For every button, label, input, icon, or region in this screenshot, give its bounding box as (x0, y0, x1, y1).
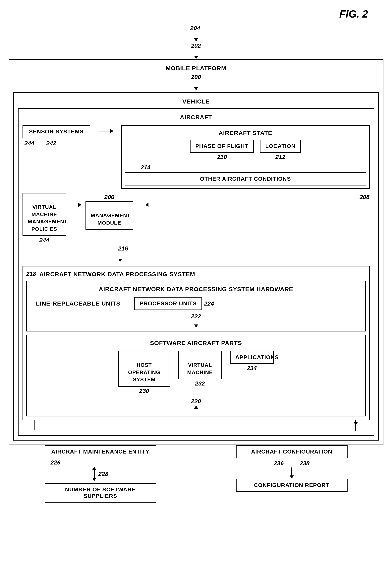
arrow-222-down (194, 321, 198, 328)
andps-box: 218 AIRCRAFT NETWORK DATA PROCESSING SYS… (23, 266, 370, 420)
aircraft-maintenance-box: AIRCRAFT MAINTENANCE ENTITY (45, 445, 156, 458)
arrow-down-config (290, 467, 294, 479)
sensor-systems-box: SENSOR SYSTEMS (23, 125, 90, 138)
software-parts-box: SOFTWARE AIRCRAFT PARTS HOST OPERATING S… (26, 335, 366, 416)
label-230: 230 (139, 387, 149, 394)
label-210: 210 (217, 154, 227, 160)
label-220: 220 (191, 398, 201, 405)
label-200: 200 (191, 74, 201, 80)
software-parts-label: SOFTWARE AIRCRAFT PARTS (30, 338, 362, 348)
vmmp-box: VIRTUAL MACHINE MANAGEMENT POLICIES (23, 193, 66, 236)
label-216: 216 (118, 245, 128, 252)
arrow-216-down (118, 253, 122, 262)
bottom-external-row: AIRCRAFT MAINTENANCE ENTITY 226 228 NUMB… (9, 445, 383, 503)
applications-box: APPLICATIONS (230, 351, 274, 364)
host-os-box: HOST OPERATING SYSTEM (118, 351, 170, 387)
diagram-root: 204 202 MOBILE PLATFORM 200 VEHICLE (9, 24, 383, 503)
software-suppliers-box: NUMBER OF SOFTWARE SUPPLIERS (45, 483, 156, 503)
vehicle-box: VEHICLE AIRCRAFT SENSOR SYSTEMS 244 242 (13, 92, 379, 440)
figure-title: FIG. 2 (339, 8, 368, 20)
label-204: 204 (190, 25, 200, 31)
label-232: 232 (195, 380, 205, 387)
vehicle-label: VEHICLE (18, 97, 374, 106)
processor-units-box: PROCESSOR UNITS (134, 297, 202, 310)
label-234: 234 (247, 365, 257, 372)
label-208: 208 (360, 194, 369, 200)
andps-hw-label: AIRCRAFT NETWORK DATA PROCESSING SYSTEM … (30, 285, 362, 294)
right-bottom-col: AIRCRAFT CONFIGURATION 236 238 CONFIGURA… (200, 445, 383, 503)
andps-label: AIRCRAFT NETWORK DATA PROCESSING SYSTEM (38, 270, 197, 279)
label-244b: 244 (39, 237, 49, 243)
aircraft-box: AIRCRAFT SENSOR SYSTEMS 244 242 (18, 108, 374, 436)
arrow-220-up (194, 406, 198, 413)
label-244: 244 (25, 140, 34, 147)
virtual-machine-box: VIRTUAL MACHINE (178, 351, 222, 379)
label-242: 242 (46, 140, 56, 147)
aircraft-state-label: AIRCRAFT STATE (125, 128, 366, 138)
other-aircraft-conditions-box: OTHER AIRCRAFT CONDITIONS (125, 172, 366, 185)
label-214: 214 (141, 164, 151, 171)
label-218: 218 (26, 270, 36, 277)
label-222: 222 (191, 313, 201, 320)
mobile-platform-label: MOBILE PLATFORM (13, 64, 379, 73)
left-bottom-col: AIRCRAFT MAINTENANCE ENTITY 226 228 NUMB… (9, 445, 192, 503)
arrow-228 (92, 467, 96, 481)
configuration-report-box: CONFIGURATION REPORT (236, 479, 348, 492)
location-box: LOCATION (260, 140, 301, 153)
arrow-202-down (194, 50, 198, 59)
label-206: 206 (104, 194, 114, 200)
arrow-200-down (194, 81, 198, 90)
andps-hw-box: AIRCRAFT NETWORK DATA PROCESSING SYSTEM … (26, 281, 366, 331)
phase-of-flight-box: PHASE OF FLIGHT (190, 140, 254, 153)
label-228: 228 (98, 470, 108, 477)
aircraft-state-area: AIRCRAFT STATE PHASE OF FLIGHT 210 LOCAT… (121, 125, 370, 189)
aircraft-configuration-box: AIRCRAFT CONFIGURATION (236, 445, 348, 458)
management-module-box: MANAGEMENT MODULE (85, 201, 133, 230)
label-236: 236 (274, 460, 284, 467)
aircraft-label: AIRCRAFT (23, 113, 370, 122)
lru-label: LINE-REPLACEABLE UNITS (34, 299, 122, 308)
label-212: 212 (275, 154, 285, 160)
label-224: 224 (204, 300, 214, 307)
label-238: 238 (300, 460, 310, 467)
label-226: 226 (51, 459, 61, 466)
arrow-204-down (194, 32, 198, 42)
label-202: 202 (191, 42, 201, 49)
top-entry: 204 202 (9, 24, 383, 59)
mobile-platform-box: MOBILE PLATFORM 200 VEHICLE AIRCRAFT SEN… (9, 59, 383, 445)
